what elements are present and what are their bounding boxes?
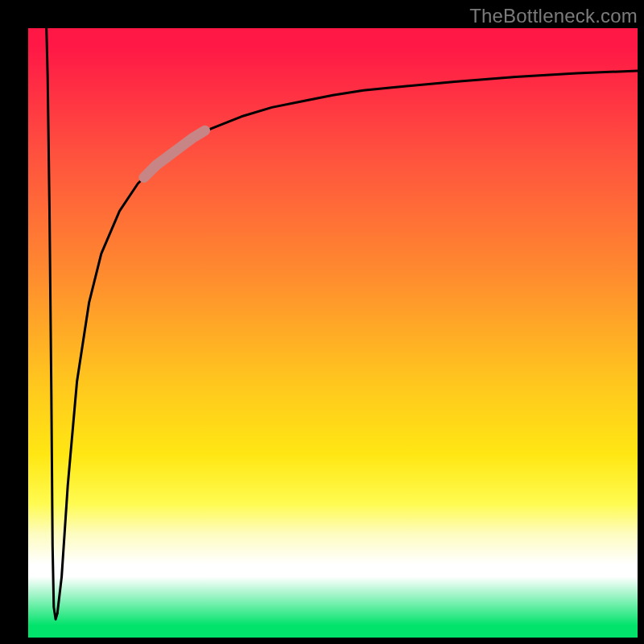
watermark-text: TheBottleneck.com xyxy=(469,5,638,27)
gradient-plot-area xyxy=(28,28,638,638)
chart-frame: { "watermark": "TheBottleneck.com", "col… xyxy=(0,0,644,644)
